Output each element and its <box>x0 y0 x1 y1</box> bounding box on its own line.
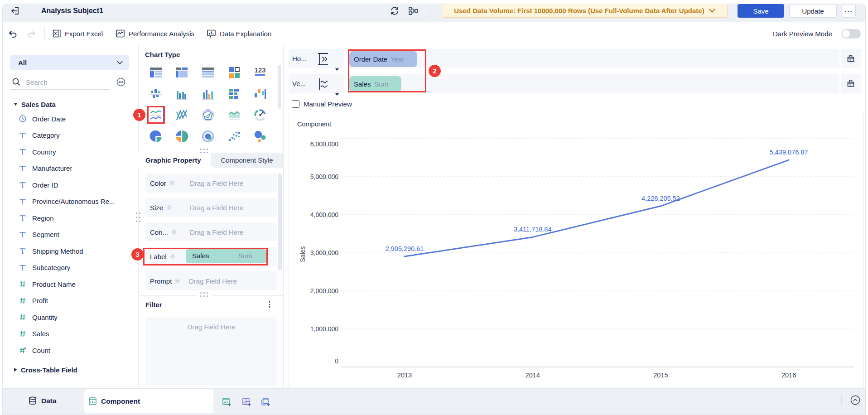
vertical-shelf-label: Ve... <box>292 80 306 87</box>
undo-icon[interactable] <box>9 30 17 38</box>
property-row-prompt[interactable]: Prompt Drag Field Here <box>145 271 277 290</box>
manual-preview-checkbox[interactable] <box>292 100 299 108</box>
chart-type-block-table[interactable] <box>169 62 195 83</box>
data-volume-banner[interactable]: Used Data Volume: First 10000,000 Rows (… <box>442 4 728 18</box>
chart-type-donut[interactable] <box>195 125 221 147</box>
tab-graphic-property[interactable]: Graphic Property <box>138 153 211 168</box>
chart-type-kpi-card[interactable] <box>221 62 247 83</box>
field-item-label: Shipping Method <box>32 247 83 255</box>
field-search[interactable]: Search <box>10 76 110 89</box>
drop-placeholder: Drag a Field Here <box>190 204 243 212</box>
data-explanation-button[interactable]: Data Explanation <box>207 29 271 38</box>
chart-type-table[interactable] <box>143 62 169 83</box>
field-item-sales[interactable]: Sales <box>10 327 132 341</box>
chart-type-line[interactable] <box>143 104 169 125</box>
field-item-category[interactable]: Category <box>10 129 132 142</box>
chart-type-bubble[interactable] <box>247 125 273 147</box>
chart-type-scrollbar[interactable] <box>278 65 281 109</box>
field-group-cross-table[interactable]: Cross-Table Field <box>14 365 127 375</box>
field-item-province-autonomous-re[interactable]: Province/Autonomous Re... <box>10 195 132 208</box>
export-excel-button[interactable]: Export Excel <box>53 29 103 38</box>
flow-icon[interactable] <box>409 7 418 15</box>
dark-preview-toggle[interactable] <box>841 29 861 39</box>
chart-type-diverging-bar[interactable] <box>143 83 169 104</box>
properties-scrollbar[interactable] <box>278 174 282 270</box>
clear-vertical-shelf-icon[interactable] <box>847 79 855 87</box>
refresh-icon[interactable] <box>390 6 399 15</box>
label-field-pill[interactable]: Sales Sum <box>186 249 266 263</box>
property-row-label[interactable]: Label Sales Sum <box>145 247 277 266</box>
line-chart[interactable]: 01,000,0002,000,0003,000,0004,000,0005,0… <box>289 113 863 388</box>
exit-icon[interactable] <box>11 6 20 15</box>
gear-icon[interactable] <box>169 180 175 186</box>
diverging-bar-chart-icon <box>149 87 163 101</box>
filter-drop-area[interactable]: Drag Field Here <box>145 317 277 386</box>
chart-type-grouped-column[interactable] <box>169 83 195 104</box>
update-button[interactable]: Update <box>789 4 837 18</box>
field-item-product-name[interactable]: Product Name <box>10 277 132 291</box>
header-divider <box>30 4 30 22</box>
property-row-color[interactable]: Color Drag a Field Here <box>145 174 277 193</box>
property-row-connection[interactable]: Con... Drag a Field Here <box>145 222 277 241</box>
vertical-field-pill[interactable]: Sales Sum <box>349 76 401 92</box>
data-point-label: 5,439,076.87 <box>770 149 808 156</box>
chart-type-gauge[interactable] <box>247 104 273 125</box>
tab-component[interactable]: Component <box>89 397 140 405</box>
horizontal-shelf-caret-icon[interactable] <box>335 65 339 68</box>
field-item-country[interactable]: Country <box>10 145 132 159</box>
collapse-panel-icon[interactable] <box>850 395 860 405</box>
field-item-shipping-method[interactable]: Shipping Method <box>10 244 132 258</box>
chart-type-area[interactable] <box>221 104 247 125</box>
add-dashboard-block-icon[interactable] <box>242 398 251 406</box>
properties-drag-handle[interactable] <box>200 292 209 297</box>
sales-line-series[interactable] <box>405 160 789 256</box>
chart-type-pie[interactable] <box>143 125 169 147</box>
field-item-order-date[interactable]: Order Date <box>10 112 132 125</box>
field-item-subcategory[interactable]: Subcategory <box>10 261 132 275</box>
text-field-icon <box>19 247 26 255</box>
tab-data[interactable]: Data <box>29 396 57 405</box>
add-chart-component-icon[interactable] <box>222 398 231 406</box>
y-tick-label: 0 <box>335 357 338 365</box>
property-row-size[interactable]: Size Drag a Field Here <box>145 198 277 217</box>
gear-icon[interactable] <box>171 229 177 235</box>
text-field-icon <box>19 132 26 139</box>
field-item-region[interactable]: Region <box>10 211 132 225</box>
chart-type-bidirectional-bar[interactable] <box>221 83 247 104</box>
chart-type-indicator[interactable]: 123 <box>247 62 273 83</box>
chart-type-radar[interactable] <box>195 104 221 125</box>
filter-menu-icon[interactable] <box>267 301 272 308</box>
chart-type-scatter[interactable] <box>221 125 247 147</box>
chart-type-pie-multi[interactable] <box>169 125 195 147</box>
search-more-icon[interactable] <box>116 77 125 87</box>
field-item-count[interactable]: Count <box>10 343 132 357</box>
field-group-sales-data[interactable]: Sales Data <box>14 99 127 109</box>
property-label: Color <box>150 179 166 187</box>
gear-icon[interactable] <box>169 253 176 260</box>
field-item-profit[interactable]: Profit <box>10 294 132 308</box>
field-item-segment[interactable]: Segment <box>10 228 132 241</box>
chart-type-cross-table[interactable] <box>195 62 221 83</box>
x-tick-label: 2015 <box>653 372 668 379</box>
tab-component-style[interactable]: Component Style <box>211 153 283 168</box>
add-report-icon[interactable] <box>261 398 270 406</box>
field-item-quantity[interactable]: Quantity <box>10 310 132 324</box>
performance-analysis-button[interactable]: Performance Analysis <box>116 29 194 38</box>
chart-type-waterfall[interactable] <box>247 83 273 104</box>
table-filter-dropdown[interactable]: All <box>10 55 129 70</box>
horizontal-field-pill[interactable]: Order Date Year <box>349 51 417 67</box>
chart-type-multi-line[interactable] <box>169 104 195 125</box>
panel-resize-handle[interactable] <box>136 212 140 223</box>
drop-placeholder: Drag a Field Here <box>190 179 243 187</box>
gear-icon[interactable] <box>174 278 181 284</box>
redo-icon[interactable] <box>27 30 35 38</box>
field-item-order-id[interactable]: Order ID <box>10 178 132 192</box>
vertical-shelf-caret-icon[interactable] <box>335 90 339 93</box>
text-field-icon <box>19 264 26 271</box>
more-button[interactable]: ... <box>842 4 856 18</box>
field-item-manufacturer[interactable]: Manufacturer <box>10 162 132 175</box>
chart-type-column[interactable] <box>195 83 221 104</box>
save-button[interactable]: Save <box>738 4 784 18</box>
gear-icon[interactable] <box>166 204 172 211</box>
clear-horizontal-shelf-icon[interactable] <box>847 54 855 63</box>
